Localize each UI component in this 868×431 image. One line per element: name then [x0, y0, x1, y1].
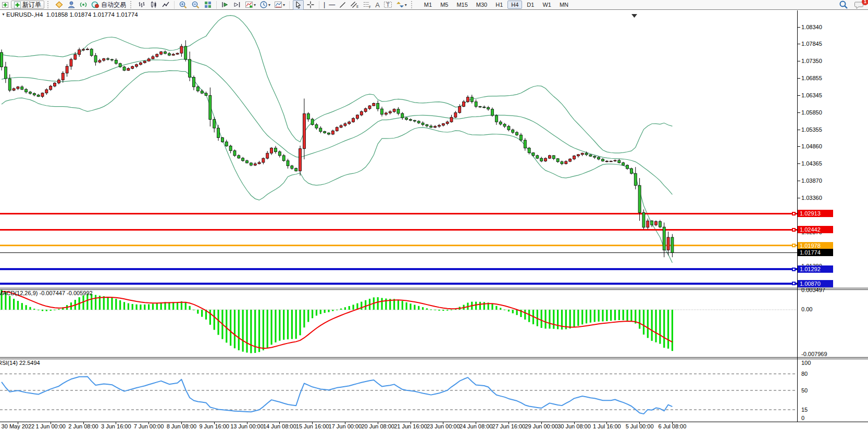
- price-line-handle[interactable]: [792, 282, 796, 285]
- macd-label: MACD(12,26,9) -0.007447 -0.005992: [0, 290, 93, 296]
- price-line-badge[interactable]: 1.02442: [798, 226, 833, 233]
- rsi-scale-label: 100: [801, 360, 811, 366]
- axes-frame: [0, 10, 868, 424]
- price-line-badge[interactable]: 1.01774: [798, 249, 833, 256]
- price-line-badge[interactable]: 1.02913: [798, 210, 833, 217]
- time-axis-label: 9 Jun 16:00: [199, 423, 229, 429]
- time-axis-label: 30 May 2022: [2, 423, 35, 429]
- macd-scale-max: 0.003497: [801, 287, 825, 293]
- price-line-badge[interactable]: 1.01292: [798, 265, 833, 273]
- time-axis-label: 29 Jun 00:00: [525, 423, 558, 429]
- price-line-badge[interactable]: 1.01978: [798, 242, 833, 249]
- horizontal-lines: [0, 213, 797, 284]
- chart-menu-icon[interactable]: ▼: [2, 12, 5, 16]
- macd-scale-zero: 0.00: [801, 306, 812, 312]
- macd-pane: [0, 289, 797, 353]
- time-axis-label: 17 Jun 00:00: [329, 423, 362, 429]
- chart-canvas[interactable]: [0, 0, 868, 431]
- time-axis-label: 21 Jun 16:00: [394, 423, 427, 429]
- price-axis-tick: 1.03360: [801, 195, 822, 201]
- price-axis-tick: 1.05850: [801, 109, 822, 116]
- time-axis-label: 20 Jun 08:00: [361, 423, 394, 429]
- time-axis-label: 23 Jun 00:00: [427, 423, 460, 429]
- chart-ohlc: 1.01858 1.01874 1.01774 1.01774: [46, 11, 138, 18]
- bollinger-bands: [2, 16, 672, 263]
- time-axis-label: 2 Jun 08:00: [68, 423, 98, 429]
- time-axis-label: 24 Jun 08:00: [460, 423, 493, 429]
- rsi-label: RSI(14) 22.5494: [0, 360, 40, 366]
- rsi-scale-label: 50: [801, 387, 808, 394]
- time-axis-label: 15 Jun 16:00: [296, 423, 329, 429]
- chart-symbol: EURUSD-,H4: [6, 11, 43, 18]
- price-line-handle[interactable]: [792, 228, 796, 232]
- price-axis-tick: 1.04860: [801, 143, 822, 149]
- macd-scale-min: -0.007969: [801, 351, 827, 357]
- time-axis-label: 27 Jun 16:00: [492, 423, 526, 429]
- time-axis-label: 7 Jun 00:00: [134, 423, 164, 429]
- price-axis-tick: 1.03870: [801, 178, 822, 184]
- time-axis-label: 3 Jun 16:00: [101, 423, 131, 429]
- price-axis-tick: 1.07845: [801, 41, 822, 47]
- time-axis-label: 1 Jul 16:00: [593, 423, 621, 429]
- price-line-handle[interactable]: [792, 212, 796, 216]
- price-axis-tick: 1.05355: [801, 126, 822, 133]
- time-axis-label: 30 Jun 08:00: [557, 423, 591, 429]
- rsi-scale-label: 15: [801, 407, 808, 413]
- time-axis-label: 8 Jun 08:00: [167, 423, 197, 429]
- chart-title: EURUSD-,H4 1.01858 1.01874 1.01774 1.017…: [6, 11, 138, 18]
- price-line-handle[interactable]: [792, 268, 796, 271]
- mt4-terminal: 新订单 自动交易: [0, 0, 868, 431]
- rsi-scale-label: 80: [801, 371, 808, 377]
- price-axis-tick: 1.06345: [801, 92, 822, 98]
- chart-shift-marker: [631, 14, 637, 18]
- price-axis-tick: 1.04365: [801, 160, 822, 167]
- price-line-badge[interactable]: 1.00870: [798, 280, 833, 287]
- time-axis-label: 5 Jul 00:00: [626, 423, 654, 429]
- rsi-pane: [0, 374, 797, 414]
- time-axis-label: 13 Jun 00:00: [230, 423, 264, 429]
- time-axis-label: 6 Jul 08:00: [658, 423, 686, 429]
- price-axis-tick: 1.06855: [801, 75, 822, 81]
- price-axis-tick: 1.08340: [801, 24, 822, 30]
- price-line-handle[interactable]: [792, 244, 796, 247]
- candlesticks: [1, 40, 674, 257]
- time-axis-label: 1 Jun 00:00: [35, 423, 66, 429]
- time-axis-label: 14 Jun 08:00: [263, 423, 296, 429]
- rsi-scale-label: 0: [801, 415, 804, 421]
- price-axis-tick: 1.07350: [801, 58, 822, 64]
